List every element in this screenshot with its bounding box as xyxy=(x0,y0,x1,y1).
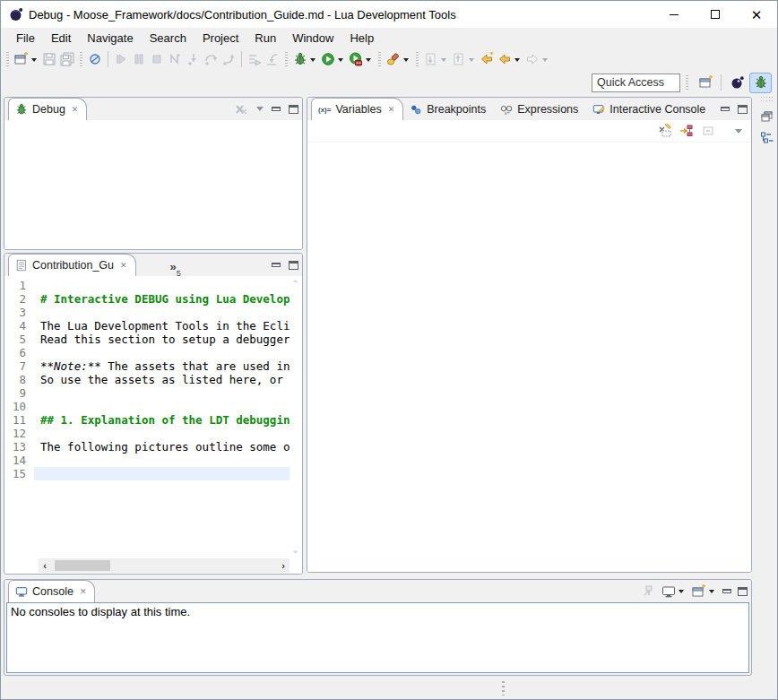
run-dropdown[interactable] xyxy=(338,58,343,62)
console-minimize-icon[interactable] xyxy=(722,589,731,593)
run-button[interactable] xyxy=(319,49,347,69)
coverage-dropdown[interactable] xyxy=(366,58,371,62)
show-logical-structures-icon[interactable] xyxy=(679,124,694,138)
menu-item-help[interactable]: Help xyxy=(341,30,382,47)
editor-line[interactable]: 14 xyxy=(4,454,290,467)
debug-button[interactable] xyxy=(291,49,319,69)
editor-line[interactable]: 4The Lua Development Tools in the Ecli xyxy=(4,319,290,333)
hscroll-thumb[interactable] xyxy=(55,560,110,571)
scroll-up-icon[interactable]: ⌃ xyxy=(291,280,298,289)
skip-all-breakpoints-button[interactable] xyxy=(86,49,104,69)
terminate-button[interactable] xyxy=(148,49,166,69)
new-wizard-dropdown[interactable] xyxy=(31,58,37,62)
editor-line[interactable]: 11## 1. Explanation of the LDT debuggin xyxy=(4,413,290,427)
show-type-names-icon[interactable] xyxy=(658,124,672,138)
tab-variables[interactable]: (x)= Variables ✕ xyxy=(311,98,403,120)
toolbar-drag-handle[interactable] xyxy=(6,52,9,66)
open-console-dropdown[interactable] xyxy=(709,590,714,593)
restore-view-button[interactable] xyxy=(757,107,777,126)
debug-view-menu-icon[interactable] xyxy=(256,107,264,111)
previous-annotation-button[interactable] xyxy=(450,49,478,69)
tab-console-close-icon[interactable]: ✕ xyxy=(80,587,87,596)
toolbar-drag-handle[interactable] xyxy=(378,52,381,66)
collapse-all-icon[interactable] xyxy=(701,124,715,138)
variables-view-menu-icon[interactable] xyxy=(735,129,742,134)
back-button[interactable] xyxy=(496,49,523,69)
hidden-editors-chevron[interactable]: »5 xyxy=(170,260,181,276)
editor-line[interactable]: 10 xyxy=(4,400,290,413)
save-button[interactable] xyxy=(40,49,58,69)
editor-maximize-icon[interactable] xyxy=(289,261,298,270)
menu-item-edit[interactable]: Edit xyxy=(43,30,79,47)
lua-perspective-button[interactable] xyxy=(726,73,748,93)
editor-vertical-scrollbar[interactable]: ⌃ ⌄ xyxy=(290,277,301,557)
window-close-button[interactable]: ✕ xyxy=(736,1,777,28)
hscroll-track[interactable] xyxy=(51,558,277,573)
editor-line[interactable]: 2# Interactive DEBUG using Lua Develop xyxy=(4,292,290,306)
editor-lines[interactable]: 12# Interactive DEBUG using Lua Develop3… xyxy=(4,276,290,558)
variables-maximize-icon[interactable] xyxy=(738,105,748,114)
menu-item-navigate[interactable]: Navigate xyxy=(79,30,141,47)
status-bar-grip[interactable] xyxy=(502,681,505,696)
editor-line[interactable]: 9 xyxy=(4,386,290,400)
editor-line[interactable]: 12 xyxy=(4,427,290,440)
editor-line[interactable]: 15 xyxy=(4,467,290,480)
next-annotation-dropdown[interactable] xyxy=(441,58,446,62)
next-annotation-button[interactable] xyxy=(422,49,450,69)
save-all-button[interactable] xyxy=(58,49,76,69)
open-perspective-button[interactable] xyxy=(695,73,717,93)
editor-line[interactable]: 5Read this section to setup a debugger xyxy=(4,333,290,346)
scroll-right-icon[interactable]: › xyxy=(277,560,290,571)
trim-drag-handle[interactable] xyxy=(761,97,774,101)
tab-debug[interactable]: Debug ✕ xyxy=(8,98,87,120)
tab-contribution-guide-close-icon[interactable]: ✕ xyxy=(120,261,127,270)
tab-console[interactable]: Console ✕ xyxy=(8,580,95,602)
external-tools-button[interactable] xyxy=(385,49,412,69)
toolbar-drag-handle[interactable] xyxy=(416,52,419,66)
toolbar-drag-handle[interactable] xyxy=(80,52,82,66)
step-into-button[interactable] xyxy=(184,49,202,69)
menu-item-run[interactable]: Run xyxy=(246,30,284,47)
scroll-left-icon[interactable]: ‹ xyxy=(39,560,51,571)
previous-annotation-dropdown[interactable] xyxy=(469,58,474,62)
scroll-down-icon[interactable]: ⌄ xyxy=(291,546,298,555)
tab-breakpoints[interactable]: Breakpoints xyxy=(403,99,494,120)
remove-all-terminated-icon[interactable] xyxy=(234,102,248,117)
tab-variables-close-icon[interactable]: ✕ xyxy=(388,105,395,114)
window-maximize-button[interactable] xyxy=(695,1,736,28)
step-return-button[interactable] xyxy=(220,49,238,69)
display-selected-console-icon[interactable] xyxy=(661,584,676,599)
debug-view-maximize-icon[interactable] xyxy=(289,105,298,114)
open-console-icon[interactable] xyxy=(692,584,706,599)
forward-button[interactable] xyxy=(523,49,551,69)
coverage-button[interactable] xyxy=(347,49,375,69)
editor-horizontal-scrollbar[interactable]: ‹ › xyxy=(39,558,290,573)
display-console-dropdown[interactable] xyxy=(679,590,684,593)
use-step-filters-button[interactable] xyxy=(246,49,264,69)
pin-console-icon[interactable] xyxy=(641,584,655,599)
editor-line[interactable]: 13The following pictures outline some o xyxy=(4,440,290,454)
debug-perspective-button[interactable] xyxy=(749,73,772,93)
toolbar-drag-handle[interactable] xyxy=(686,75,688,90)
console-maximize-icon[interactable] xyxy=(738,587,748,596)
debug-view-minimize-icon[interactable] xyxy=(272,107,281,111)
debug-dropdown[interactable] xyxy=(310,58,316,62)
tab-contribution-guide[interactable]: Contribution_Gu ✕ xyxy=(8,254,136,276)
disconnect-button[interactable] xyxy=(166,49,184,69)
step-over-button[interactable] xyxy=(202,49,220,69)
editor-line[interactable]: 6 xyxy=(4,346,290,359)
drop-to-frame-button[interactable] xyxy=(264,49,281,69)
resume-button[interactable] xyxy=(112,49,130,69)
menu-item-search[interactable]: Search xyxy=(142,30,194,47)
menu-item-file[interactable]: File xyxy=(8,30,43,47)
tab-debug-close-icon[interactable]: ✕ xyxy=(72,105,79,114)
suspend-button[interactable] xyxy=(130,49,148,69)
last-edit-location-button[interactable] xyxy=(478,49,496,69)
variables-minimize-icon[interactable] xyxy=(721,107,730,111)
editor-line[interactable]: 8So use the assets as listed here, or xyxy=(4,373,290,386)
toolbar-drag-handle[interactable] xyxy=(285,52,288,66)
quick-access-input[interactable] xyxy=(592,73,680,92)
editor-line[interactable]: 3 xyxy=(4,306,290,319)
editor-line[interactable]: 7**Note:** The assets that are used in xyxy=(4,359,290,373)
back-dropdown[interactable] xyxy=(514,58,520,62)
